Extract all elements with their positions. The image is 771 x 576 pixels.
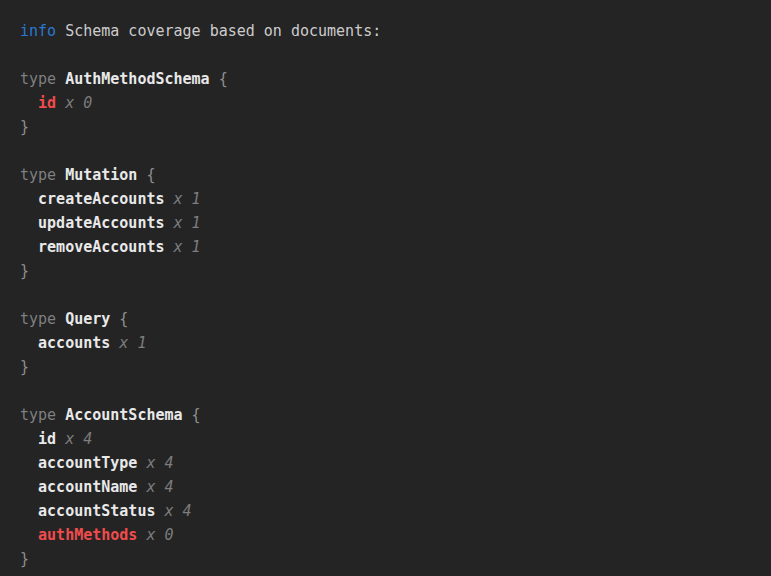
open-brace: { bbox=[192, 406, 201, 424]
blank-line bbox=[20, 139, 761, 163]
field-name: accountType bbox=[38, 454, 137, 472]
field-line: accountName x 4 bbox=[20, 475, 761, 499]
field-name: accountName bbox=[38, 478, 137, 496]
blank-line bbox=[20, 283, 761, 307]
type-keyword: type bbox=[20, 166, 56, 184]
type-name: AccountSchema bbox=[65, 406, 182, 424]
field-name: accounts bbox=[38, 334, 110, 352]
field-usage-count: x 4 bbox=[65, 430, 92, 448]
open-brace: { bbox=[146, 166, 155, 184]
field-name: id bbox=[38, 94, 56, 112]
type-name: Query bbox=[65, 310, 110, 328]
field-name: id bbox=[38, 430, 56, 448]
field-usage-count: x 0 bbox=[65, 94, 92, 112]
field-name: updateAccounts bbox=[38, 214, 164, 232]
close-brace: } bbox=[20, 550, 29, 568]
info-tag: info bbox=[20, 22, 56, 40]
type-declaration-accountschema: type AccountSchema { bbox=[20, 403, 761, 427]
field-name: removeAccounts bbox=[38, 238, 164, 256]
type-declaration-mutation: type Mutation { bbox=[20, 163, 761, 187]
close-brace-line: } bbox=[20, 355, 761, 379]
open-brace: { bbox=[219, 70, 228, 88]
type-declaration-authmethodschema: type AuthMethodSchema { bbox=[20, 67, 761, 91]
type-keyword: type bbox=[20, 70, 56, 88]
log-message: Schema coverage based on documents: bbox=[65, 22, 381, 40]
type-declaration-query: type Query { bbox=[20, 307, 761, 331]
close-brace: } bbox=[20, 262, 29, 280]
type-keyword: type bbox=[20, 310, 56, 328]
field-name: authMethods bbox=[38, 526, 137, 544]
type-name: AuthMethodSchema bbox=[65, 70, 210, 88]
open-brace: { bbox=[119, 310, 128, 328]
terminal-output: info Schema coverage based on documents:… bbox=[0, 0, 771, 576]
field-usage-count: x 1 bbox=[174, 214, 201, 232]
blank-line bbox=[20, 43, 761, 67]
field-line: id x 0 bbox=[20, 91, 761, 115]
field-line: authMethods x 0 bbox=[20, 523, 761, 547]
field-name: createAccounts bbox=[38, 190, 164, 208]
type-name: Mutation bbox=[65, 166, 137, 184]
field-usage-count: x 1 bbox=[174, 238, 201, 256]
field-line: accountType x 4 bbox=[20, 451, 761, 475]
field-line: accounts x 1 bbox=[20, 331, 761, 355]
field-line: id x 4 bbox=[20, 427, 761, 451]
field-usage-count: x 4 bbox=[164, 502, 191, 520]
field-line: createAccounts x 1 bbox=[20, 187, 761, 211]
field-line: accountStatus x 4 bbox=[20, 499, 761, 523]
blank-line bbox=[20, 379, 761, 403]
close-brace-line: } bbox=[20, 115, 761, 139]
field-line: removeAccounts x 1 bbox=[20, 235, 761, 259]
field-usage-count: x 4 bbox=[146, 454, 173, 472]
close-brace: } bbox=[20, 118, 29, 136]
field-usage-count: x 4 bbox=[146, 478, 173, 496]
close-brace: } bbox=[20, 358, 29, 376]
close-brace-line: } bbox=[20, 259, 761, 283]
field-usage-count: x 1 bbox=[174, 190, 201, 208]
log-line-info: info Schema coverage based on documents: bbox=[20, 19, 761, 43]
field-name: accountStatus bbox=[38, 502, 155, 520]
close-brace-line: } bbox=[20, 547, 761, 571]
field-line: updateAccounts x 1 bbox=[20, 211, 761, 235]
field-usage-count: x 0 bbox=[146, 526, 173, 544]
field-usage-count: x 1 bbox=[119, 334, 146, 352]
type-keyword: type bbox=[20, 406, 56, 424]
